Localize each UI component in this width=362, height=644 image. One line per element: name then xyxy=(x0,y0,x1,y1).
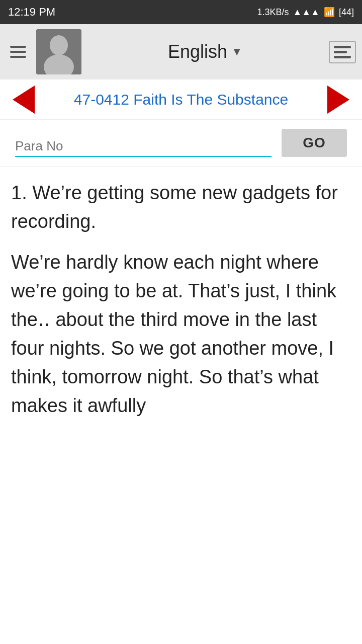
menu-line-3 xyxy=(334,56,351,58)
next-sermon-button[interactable] xyxy=(321,85,356,115)
content-area: 1. We’re getting some new gadgets for re… xyxy=(0,167,362,452)
arrow-right-icon xyxy=(327,86,349,114)
status-time: 12:19 PM xyxy=(8,6,55,19)
avatar xyxy=(36,29,81,74)
arrow-left-icon xyxy=(13,86,35,114)
hamburger-menu-button[interactable] xyxy=(6,42,30,62)
prev-sermon-button[interactable] xyxy=(6,85,41,115)
sermon-title: 47-0412 Faith Is The Substance xyxy=(41,90,321,109)
menu-line-1 xyxy=(334,46,351,48)
language-label: English xyxy=(168,41,227,62)
battery-icon: [44] xyxy=(339,7,354,18)
avatar-image xyxy=(36,29,81,74)
paragraph-2: We’re hardly know each night where we’re… xyxy=(11,248,351,420)
para-input-wrapper xyxy=(15,138,272,157)
para-input-row: GO xyxy=(0,120,362,167)
menu-line-2 xyxy=(334,51,347,53)
language-selector[interactable]: English ▼ xyxy=(87,41,323,62)
toolbar: English ▼ xyxy=(0,24,362,79)
status-bar: 12:19 PM 1.3KB/s ▲▲▲ 📶 [44] xyxy=(0,0,362,24)
wifi-icon: 📶 xyxy=(324,7,335,18)
hamburger-line-2 xyxy=(10,51,26,53)
para-number-input[interactable] xyxy=(15,138,272,154)
paragraph-1: 1. We’re getting some new gadgets for re… xyxy=(11,179,351,236)
chevron-down-icon: ▼ xyxy=(231,45,242,58)
hamburger-line-1 xyxy=(10,46,26,48)
signal-icon: ▲▲▲ xyxy=(293,7,319,18)
svg-point-1 xyxy=(50,35,68,55)
status-right: 1.3KB/s ▲▲▲ 📶 [44] xyxy=(257,7,354,18)
hamburger-line-3 xyxy=(10,56,26,58)
options-menu-button[interactable] xyxy=(329,41,356,63)
go-button[interactable]: GO xyxy=(282,129,347,157)
network-speed: 1.3KB/s xyxy=(257,7,289,18)
nav-row: 47-0412 Faith Is The Substance xyxy=(0,79,362,120)
